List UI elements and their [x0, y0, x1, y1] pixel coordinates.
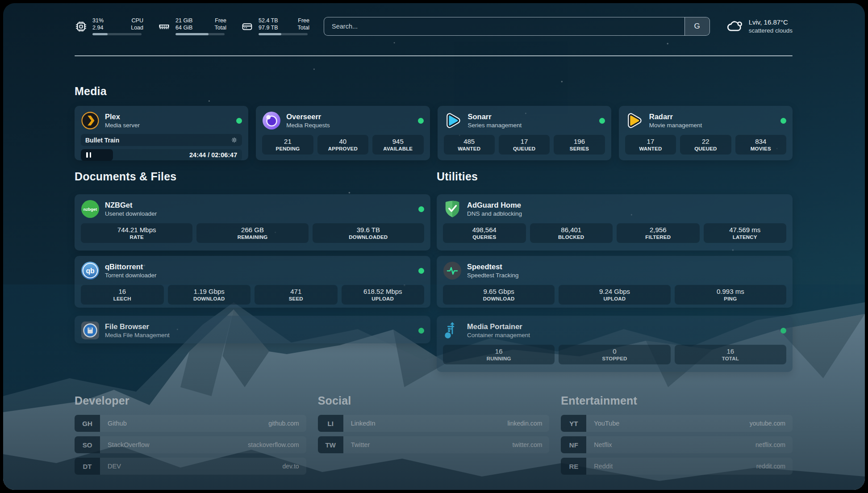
monitor-memory: 21 GiB64 GiBFreeTotal: [158, 17, 226, 35]
service-card-nzbget[interactable]: nzbgetNZBGetUsenet downloader744.21 Mbps…: [75, 194, 430, 251]
service-card-filebrowser[interactable]: File BrowserMedia File Management: [75, 316, 430, 343]
bookmark-link-reddit[interactable]: RERedditreddit.com: [561, 458, 793, 475]
playback-progress-bar: 24:44 / 02:06:47: [81, 149, 242, 161]
monitor-cpu: 31%2.94CPULoad: [75, 17, 143, 35]
stat-label: QUEUED: [682, 146, 729, 151]
stat-label: QUEUED: [501, 146, 548, 151]
stat-label: FILTERED: [618, 234, 698, 240]
bookmark-url: twitter.com: [512, 436, 549, 453]
service-card-sonarr[interactable]: SonarrSeries management485WANTED17QUEUED…: [438, 106, 611, 160]
stat-approved: 40APPROVED: [317, 135, 368, 155]
bookmark-abbr: GH: [75, 415, 100, 432]
stat-label: SERIES: [555, 146, 603, 151]
service-card-plex[interactable]: PlexMedia serverBullet Train24:44 / 02:0…: [75, 106, 248, 160]
bookmark-name: Github: [100, 415, 268, 432]
bookmark-link-github[interactable]: GHGithubgithub.com: [75, 415, 306, 432]
monitor-label: Load: [125, 25, 143, 32]
service-name: NZBGet: [105, 201, 157, 210]
bookmark-url: netflix.com: [755, 436, 793, 453]
bookmark-name: StackOverflow: [100, 436, 248, 453]
top-bar: 31%2.94CPULoad21 GiB64 GiBFreeTotal52.4 …: [75, 15, 793, 38]
filebrowser-icon: [81, 321, 100, 340]
pause-button[interactable]: [86, 152, 91, 158]
bookmark-link-stackoverflow[interactable]: SOStackOverflowstackoverflow.com: [75, 436, 306, 453]
search-box: G: [324, 17, 710, 36]
search-input[interactable]: [324, 17, 684, 35]
monitor-progress-bar: [259, 33, 308, 35]
stat-value: 16: [83, 288, 162, 295]
stat-label: STOPPED: [560, 356, 668, 361]
stat-value: 47.569 ms: [705, 226, 785, 234]
stat-label: RUNNING: [445, 356, 553, 361]
stat-label: BLOCKED: [532, 234, 611, 240]
section-mid-grid: Documents & Files nzbgetNZBGetUsenet dow…: [75, 169, 793, 372]
stat-label: LATENCY: [705, 234, 785, 240]
stat-stopped: 0STOPPED: [559, 345, 670, 364]
cloud-icon: [726, 18, 743, 35]
stat-value: 618.52 Mbps: [343, 288, 423, 295]
stat-label: PENDING: [264, 146, 311, 151]
weather-location-temp: Lviv, 16.87°C: [749, 18, 793, 27]
now-playing-row: Bullet Train: [81, 134, 242, 146]
bookmark-name: Netflix: [586, 436, 755, 453]
status-dot-online: [599, 118, 605, 124]
bookmark-url: dev.to: [283, 458, 306, 475]
service-card-portainer[interactable]: Media PortainerContainer management16RUN…: [437, 316, 793, 372]
stat-queries: 498,564QUERIES: [443, 223, 526, 243]
portainer-icon: [443, 321, 462, 340]
bookmark-abbr: SO: [75, 436, 100, 453]
stat-label: WANTED: [627, 146, 674, 151]
service-name: Sonarr: [468, 112, 522, 121]
stat-value: 266 GB: [198, 226, 306, 234]
stat-label: DOWNLOADED: [314, 234, 422, 240]
stat-value: 471: [256, 288, 336, 295]
service-card-overseerr[interactable]: OverseerrMedia Requests21PENDING40APPROV…: [256, 106, 430, 160]
service-name: Overseerr: [286, 112, 330, 121]
svg-text:qb: qb: [86, 267, 94, 275]
monitor-label: Total: [209, 25, 226, 32]
bookmark-link-linkedin[interactable]: LILinkedInlinkedin.com: [318, 415, 550, 432]
service-card-radarr[interactable]: RadarrMovie management17WANTED22QUEUED83…: [619, 106, 793, 160]
service-name: Plex: [105, 112, 140, 121]
stat-label: RATE: [83, 234, 191, 240]
bookmark-link-dev[interactable]: DTDEVdev.to: [75, 458, 306, 475]
stat-value: 196: [555, 138, 603, 145]
stat-value: 21: [264, 138, 311, 145]
stat-label: UPLOAD: [560, 296, 668, 301]
stat-queued: 17QUEUED: [499, 135, 550, 155]
stat-value: 485: [446, 138, 493, 145]
bookmark-link-twitter[interactable]: TWTwittertwitter.com: [318, 436, 550, 453]
bookmark-link-youtube[interactable]: YTYouTubeyoutube.com: [561, 415, 793, 432]
bookmark-abbr: DT: [75, 458, 100, 475]
speedtest-icon: [443, 261, 462, 280]
search-provider-button[interactable]: G: [684, 17, 709, 35]
service-card-qbittorrent[interactable]: qbqBittorrentTorrent downloader16LEECH1.…: [75, 256, 430, 308]
stat-value: 9.65 Gbps: [445, 288, 553, 295]
bookmark-name: DEV: [100, 458, 283, 475]
status-dot-online: [418, 268, 424, 274]
sonarr-icon: [444, 111, 463, 130]
stat-value: 39.6 TB: [314, 226, 422, 234]
service-name: File Browser: [105, 322, 170, 331]
stat-value: 498,564: [445, 226, 524, 234]
service-name: Radarr: [649, 112, 702, 121]
bookmark-link-netflix[interactable]: NFNetflixnetflix.com: [561, 436, 793, 453]
stat-value: 2,956: [618, 226, 698, 234]
stat-leech: 16LEECH: [81, 285, 164, 305]
monitor-progress-fill: [92, 33, 108, 35]
status-dot-online: [780, 328, 786, 334]
bookmark-group-entertainment: EntertainmentYTYouTubeyoutube.comNFNetfl…: [561, 393, 793, 475]
monitor-value: 52.4 TB: [259, 17, 282, 25]
service-card-adguard[interactable]: AdGuard HomeDNS and adblocking498,564QUE…: [437, 194, 793, 251]
service-card-speedtest[interactable]: SpeedtestSpeedtest Tracking9.65 GbpsDOWN…: [437, 256, 793, 308]
stat-value: 9.24 Gbps: [560, 288, 668, 295]
weather-widget: Lviv, 16.87°C scattered clouds: [726, 18, 793, 35]
stat-value: 17: [627, 138, 674, 145]
stat-label: APPROVED: [319, 146, 367, 151]
stat-value: 22: [682, 138, 729, 145]
service-subtitle: Container management: [467, 331, 530, 339]
section-title-utilities: Utilities: [437, 169, 793, 184]
stat-label: REMAINING: [198, 234, 306, 240]
section-title-developer: Developer: [75, 393, 306, 408]
section-bookmarks: DeveloperGHGithubgithub.comSOStackOverfl…: [75, 393, 793, 475]
